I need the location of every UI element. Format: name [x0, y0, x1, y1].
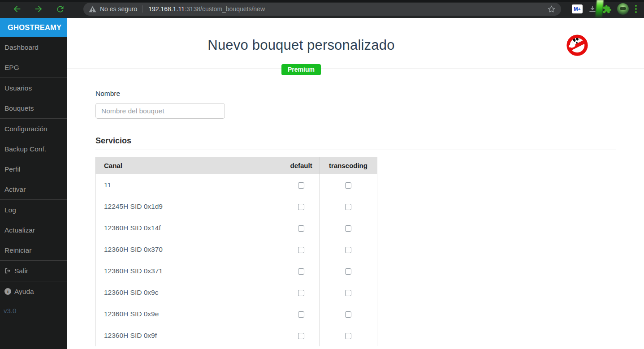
- sidebar-item-ayuda[interactable]: i Ayuda: [0, 281, 67, 302]
- default-checkbox[interactable]: [298, 247, 304, 253]
- transcoding-checkbox[interactable]: [345, 311, 351, 318]
- reload-icon: [56, 4, 65, 14]
- content-body: Nombre Servicios Canal default transcodi…: [67, 90, 644, 346]
- sidebar-item-dashboard[interactable]: Dashboard: [0, 37, 67, 57]
- transcoding-checkbox[interactable]: [345, 182, 351, 189]
- default-checkbox[interactable]: [298, 333, 304, 339]
- table-row: 12360H SID 0x370: [96, 239, 377, 260]
- column-header-canal: Canal: [96, 157, 283, 174]
- sidebar-item-salir[interactable]: Salir: [0, 261, 67, 281]
- transcoding-checkbox[interactable]: [345, 225, 351, 232]
- channel-name: 11: [96, 174, 283, 196]
- default-checkbox[interactable]: [298, 268, 304, 275]
- sidebar-item-actualizar[interactable]: Actualizar: [0, 220, 67, 240]
- back-button[interactable]: [12, 4, 22, 14]
- forward-button[interactable]: [33, 4, 44, 14]
- sidebar-item-configuracion[interactable]: Configuración: [0, 119, 67, 139]
- toolbar-right-icons: M+: [566, 3, 644, 15]
- channel-name: 12360H SID 0x9c: [96, 282, 283, 303]
- page-title: Nuevo bouquet personalizado: [67, 37, 535, 53]
- sidebar-group: Usuarios Bouquets: [0, 78, 67, 119]
- channel-name: 12245H SID 0x1d9: [96, 196, 283, 217]
- sidebar-item-perfil[interactable]: Perfil: [0, 159, 67, 179]
- channel-name: 12360H SID 0x370: [96, 239, 283, 260]
- security-label: No es seguro: [100, 5, 137, 13]
- section-divider: [95, 150, 616, 150]
- browser-menu-icon[interactable]: [634, 4, 638, 14]
- channel-name: 12360H SID 0x14f: [96, 217, 283, 239]
- table-row: 12245H SID 0x1d9: [96, 196, 377, 217]
- page-header: Nuevo bouquet personalizado Premium: [67, 18, 644, 69]
- main-content: Nuevo bouquet personalizado Premium No: [67, 18, 644, 349]
- url-host: 192.168.1.11: [148, 5, 185, 13]
- table-row: 12360H SID 0x9e: [96, 303, 377, 325]
- security-warning-icon[interactable]: [89, 6, 96, 13]
- sidebar-item-log[interactable]: Log: [0, 200, 67, 220]
- column-header-default: default: [283, 157, 320, 174]
- url-path: :3138/custom_bouquets/new: [185, 5, 265, 13]
- default-checkbox[interactable]: [298, 290, 304, 296]
- transcoding-checkbox[interactable]: [345, 247, 351, 253]
- default-checkbox[interactable]: [298, 225, 304, 232]
- brand-logo[interactable]: GHOSTREAMY: [0, 18, 67, 37]
- back-arrow-icon: [12, 4, 22, 14]
- bouquet-name-input[interactable]: [95, 103, 225, 119]
- download-icon[interactable]: [588, 4, 597, 13]
- sidebar-group: i Ayuda v3.0: [0, 281, 67, 321]
- info-icon: i: [4, 288, 11, 295]
- default-checkbox[interactable]: [298, 311, 304, 318]
- default-checkbox[interactable]: [298, 182, 304, 189]
- extensions-puzzle-icon[interactable]: [602, 4, 612, 14]
- table-row: 12360H SID 0x14f: [96, 217, 377, 239]
- url-text: 192.168.1.11:3138/custom_bouquets/new: [148, 5, 265, 13]
- address-bar[interactable]: No es seguro 192.168.1.11:3138/custom_bo…: [83, 3, 561, 16]
- default-checkbox[interactable]: [298, 204, 304, 210]
- table-row: 11: [96, 174, 377, 196]
- sidebar-item-epg[interactable]: EPG: [0, 57, 67, 78]
- channel-name: 12360H SID 0x9f: [96, 325, 283, 346]
- column-header-transcoding: transcoding: [320, 157, 377, 174]
- app-version: v3.0: [0, 302, 67, 321]
- mplus-extension-icon[interactable]: M+: [572, 4, 583, 13]
- channel-name: 12360H SID 0x9e: [96, 303, 283, 325]
- sidebar: GHOSTREAMY Dashboard EPG Usuarios Bouque…: [0, 18, 67, 349]
- browser-toolbar: No es seguro 192.168.1.11:3138/custom_bo…: [0, 0, 644, 18]
- transcoding-checkbox[interactable]: [345, 333, 351, 339]
- transcoding-checkbox[interactable]: [345, 268, 351, 275]
- transcoding-checkbox[interactable]: [345, 290, 351, 296]
- sidebar-group: Dashboard EPG: [0, 37, 67, 78]
- services-heading: Servicios: [95, 136, 616, 146]
- reload-button[interactable]: [55, 4, 65, 14]
- sign-out-icon: [4, 267, 11, 274]
- table-row: 12360H SID 0x9f: [96, 325, 377, 346]
- bookmark-star-icon[interactable]: [547, 5, 556, 13]
- name-label: Nombre: [95, 90, 616, 98]
- table-header-row: Canal default transcoding: [96, 157, 377, 174]
- sidebar-group: Configuración Backup Conf. Perfil Activa…: [0, 119, 67, 200]
- sidebar-group: Log Actualizar Reiniciar: [0, 200, 67, 261]
- sidebar-item-usuarios[interactable]: Usuarios: [0, 78, 67, 98]
- app-window: GHOSTREAMY Dashboard EPG Usuarios Bouque…: [0, 18, 644, 349]
- sidebar-item-backup[interactable]: Backup Conf.: [0, 139, 67, 159]
- premium-badge: Premium: [281, 64, 321, 75]
- transcoding-checkbox[interactable]: [345, 204, 351, 210]
- services-table: Canal default transcoding 11 12245H SID …: [95, 157, 377, 346]
- ghost-logo: [566, 32, 589, 56]
- sidebar-group: Salir: [0, 261, 67, 281]
- sidebar-item-bouquets[interactable]: Bouquets: [0, 98, 67, 118]
- channel-name: 12360H SID 0x371: [96, 260, 283, 282]
- table-row: 12360H SID 0x371: [96, 260, 377, 282]
- sidebar-item-activar[interactable]: Activar: [0, 179, 67, 199]
- address-separator: [143, 5, 143, 13]
- table-row: 12360H SID 0x9c: [96, 282, 377, 303]
- profile-avatar[interactable]: [617, 3, 629, 15]
- sidebar-item-reiniciar[interactable]: Reiniciar: [0, 240, 67, 260]
- forward-arrow-icon: [34, 4, 43, 14]
